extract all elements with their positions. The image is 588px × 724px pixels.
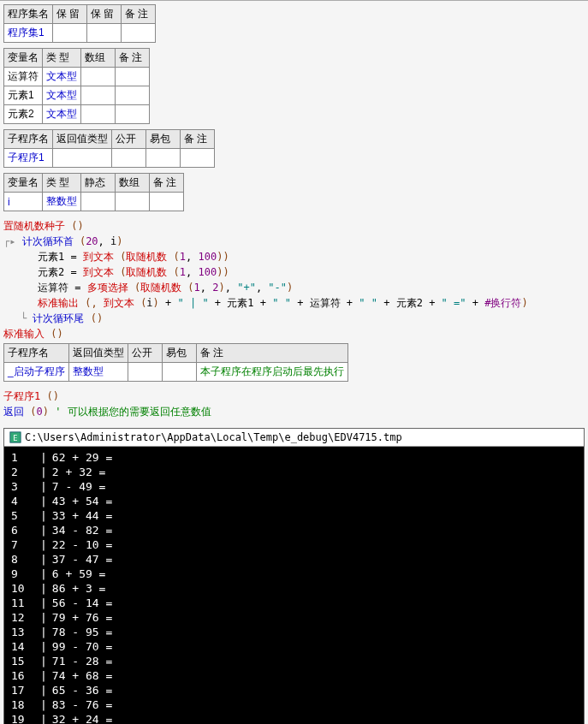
cell[interactable]: 程序集1 [4, 24, 53, 43]
cell[interactable]: 子程序1 [4, 149, 53, 168]
code-line[interactable]: 元素2 = 到文本 (取随机数 (1, 100)) [3, 264, 585, 280]
paren: ) [153, 297, 159, 309]
cell[interactable]: _启动子程序 [4, 363, 69, 382]
code-line[interactable]: 标准输入 () [3, 326, 585, 341]
console-line: 6|34 - 82 = [11, 523, 577, 537]
console-line: 1|62 + 29 = [11, 450, 577, 465]
cell[interactable] [116, 193, 150, 211]
cell[interactable] [87, 24, 122, 43]
col-header: 公开 [128, 344, 162, 363]
console-titlebar[interactable]: E C:\Users\Administrator\AppData\Local\T… [4, 429, 584, 447]
cell[interactable]: i [4, 193, 43, 211]
code-line[interactable]: ▸▸ 标准输出 (, 到文本 (i) + " | " + 元素1 + " " +… [3, 295, 585, 311]
assign: = [68, 282, 87, 294]
cell[interactable] [81, 68, 116, 86]
number: 20 [86, 235, 98, 247]
tree-marker-icon: └ [21, 311, 27, 326]
col-header: 备 注 [150, 174, 184, 193]
code-block-1[interactable]: 置随机数种子 () ┌▸ 计次循环首 (20, i) 元素1 = 到文本 (取随… [3, 217, 585, 343]
cell[interactable] [53, 24, 87, 43]
paren: ( [134, 297, 146, 309]
cell[interactable] [128, 363, 162, 382]
table-row[interactable]: 运算符 文本型 [4, 68, 150, 86]
fn-name: 返回 [3, 406, 24, 418]
code-line[interactable]: ┌▸ 计次循环首 (20, i) [3, 234, 585, 249]
plus: + [466, 297, 485, 309]
code-line[interactable]: 运算符 = 多项选择 (取随机数 (1, 2), "+", "-") [3, 280, 585, 295]
cell[interactable] [112, 149, 146, 168]
cell[interactable] [116, 68, 150, 86]
code-line[interactable]: 返回 (0) ' 可以根据您的需要返回任意数值 [3, 404, 585, 419]
cell[interactable] [150, 193, 184, 211]
variable-table-1[interactable]: 变量名 类 型 数组 备 注 运算符 文本型 元素1 文本型 元素2 文本型 [3, 48, 150, 124]
comment: ' 可以根据您的需要返回任意数值 [55, 406, 211, 418]
cell[interactable] [146, 149, 181, 168]
cell[interactable] [81, 86, 116, 105]
variable-table-2[interactable]: 变量名 类 型 静态 数组 备 注 i 整数型 [3, 173, 184, 211]
console-line: 4|43 + 54 = [11, 494, 577, 508]
subroutine-table-2[interactable]: 子程序名 返回值类型 公开 易包 备 注 _启动子程序 整数型 本子程序在程序启… [3, 343, 348, 382]
cell[interactable] [81, 193, 116, 211]
cell[interactable] [81, 105, 116, 124]
cell[interactable] [122, 24, 156, 43]
table-row[interactable]: _启动子程序 整数型 本子程序在程序启动后最先执行 [4, 363, 348, 382]
sep: , [256, 282, 268, 294]
table-row[interactable]: i 整数型 [4, 193, 184, 211]
cell[interactable] [181, 149, 215, 168]
subroutine-table-1[interactable]: 子程序名 返回值类型 公开 易包 备 注 子程序1 [3, 129, 215, 168]
sep: , [200, 282, 212, 294]
cell[interactable]: 文本型 [43, 105, 81, 124]
code-line[interactable]: 元素1 = 到文本 (取随机数 (1, 100)) [3, 249, 585, 264]
sep: , [186, 251, 198, 263]
program-set-table[interactable]: 程序集名 保 留 保 留 备 注 程序集1 [3, 4, 156, 43]
app-icon: E [9, 431, 21, 443]
console-line: 3|7 - 49 = [11, 479, 577, 494]
console-line: 2|2 + 32 = [11, 465, 577, 479]
console-line: 11|56 - 14 = [11, 596, 577, 610]
string: " " [359, 297, 377, 309]
col-header: 变量名 [4, 49, 43, 68]
paren: ) [43, 406, 49, 418]
console-window: E C:\Users\Administrator\AppData\Local\T… [3, 428, 585, 724]
code-line[interactable]: └ 计次循环尾 () [3, 311, 585, 326]
cell[interactable]: 本子程序在程序启动后最先执行 [196, 363, 347, 382]
plus: + [423, 297, 442, 309]
cell[interactable]: 文本型 [43, 68, 81, 86]
col-header: 备 注 [122, 5, 156, 24]
cell[interactable]: 文本型 [43, 86, 81, 105]
paren: ) [521, 297, 527, 309]
code-line[interactable]: 置随机数种子 () [3, 218, 585, 234]
cell[interactable] [53, 149, 112, 168]
col-header: 备 注 [196, 344, 347, 363]
col-header: 易包 [162, 344, 196, 363]
code-line[interactable]: 子程序1 () [3, 389, 585, 404]
cell[interactable]: 元素2 [4, 105, 43, 124]
cell[interactable] [162, 363, 196, 382]
table-row[interactable]: 元素1 文本型 [4, 86, 150, 105]
console-output[interactable]: 1|62 + 29 =2|2 + 32 =3|7 - 49 =4|43 + 54… [4, 447, 584, 724]
code-block-2[interactable]: 子程序1 () 返回 (0) ' 可以根据您的需要返回任意数值 [3, 387, 585, 421]
console-line: 7|22 - 10 = [11, 537, 577, 552]
table-row[interactable]: 元素2 文本型 [4, 105, 150, 124]
fn-name: 到文本 [83, 251, 114, 263]
cell[interactable] [116, 86, 150, 105]
cell[interactable]: 运算符 [4, 68, 43, 86]
console-line: 14|99 - 70 = [11, 639, 577, 654]
fn-name: 取随机数 [126, 251, 167, 263]
paren: ) [219, 282, 225, 294]
table-row[interactable]: 子程序1 [4, 149, 215, 168]
string: " | " [178, 297, 209, 309]
cell[interactable] [116, 105, 150, 124]
cell[interactable]: 元素1 [4, 86, 43, 105]
number: 100 [199, 251, 217, 263]
table-row[interactable]: 程序集1 [4, 24, 156, 43]
col-header: 数组 [116, 174, 150, 193]
plus: + [209, 297, 228, 309]
var: 元素2 [396, 297, 423, 309]
cell[interactable]: 整数型 [68, 363, 128, 382]
cell[interactable]: 整数型 [43, 193, 81, 211]
paren: )) [217, 251, 229, 263]
fn-name: 到文本 [83, 266, 114, 278]
sep: , [186, 266, 198, 278]
number: 100 [199, 266, 217, 278]
